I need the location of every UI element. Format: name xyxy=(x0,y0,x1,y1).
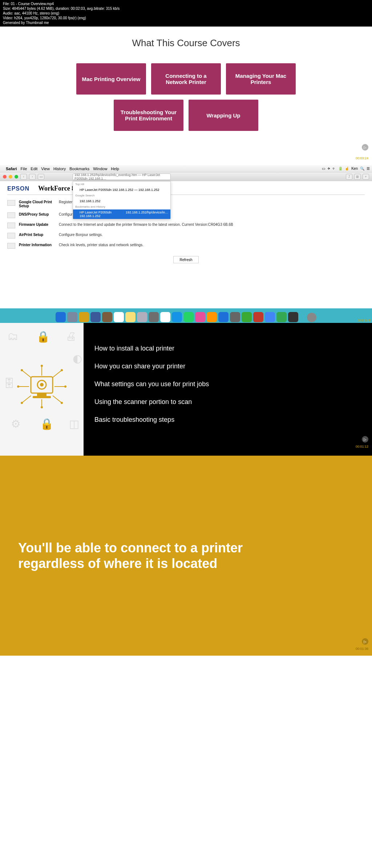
address-bar[interactable]: 192.168.1.252/hp/device/info_eventlog.ht… xyxy=(73,173,171,180)
minimize-window[interactable] xyxy=(9,175,12,179)
video-line: Video: h264, yuv420p, 1280x720, 30.00 fp… xyxy=(3,16,369,20)
menu-icon[interactable]: ☰ xyxy=(367,167,370,171)
dark-bullets-thumb: 00:00:48 🗂 🔒 🖨 ◐ 🗄 ⚙ 🔒 ◫ xyxy=(0,308,372,456)
size-line: Size: 4845447 bytes (4.62 MiB), duration… xyxy=(3,6,369,11)
display-icon[interactable]: ▭ xyxy=(322,167,325,171)
hand-icon[interactable]: ☝ xyxy=(345,167,349,171)
tabs-button[interactable]: ⊞ xyxy=(354,174,361,180)
close-window[interactable] xyxy=(3,175,7,179)
dd-item-google[interactable]: 192.168.1.252 xyxy=(73,198,170,204)
play-icon[interactable] xyxy=(362,638,368,645)
safari-toolbar: ‹ › ▭ 192.168.1.252/hp/device/info_event… xyxy=(0,172,372,181)
file-line: File: 01 - Course Overview.mp4 xyxy=(3,1,369,6)
dock-ibooks[interactable] xyxy=(207,312,217,322)
video-meta-header: File: 01 - Course Overview.mp4 Size: 484… xyxy=(0,0,372,27)
cloud-print-icon xyxy=(7,200,15,206)
svg-rect-17 xyxy=(37,393,46,396)
dock-trash[interactable] xyxy=(307,313,316,322)
computer-gear-icon xyxy=(15,363,69,410)
slide-headline: You'll be able to connect to a printer r… xyxy=(18,540,272,571)
dns-icon xyxy=(7,212,15,218)
dock-app3[interactable] xyxy=(79,312,89,322)
mac-dock: 00:00:48 xyxy=(0,308,372,323)
dock-app18[interactable] xyxy=(253,312,263,322)
menu-window[interactable]: Window xyxy=(93,167,107,171)
svg-line-8 xyxy=(22,370,31,377)
dns-proxy-link[interactable]: DNS/Proxy Setup xyxy=(19,212,59,216)
bullet-install: How to install a local printer xyxy=(94,345,361,352)
dock-prefs[interactable] xyxy=(230,312,240,322)
dock-app21[interactable] xyxy=(288,312,298,322)
menu-app[interactable]: Safari xyxy=(6,167,17,171)
dd-sel-left: HP LaserJet P2055dn 192.168.1.252 xyxy=(80,211,126,218)
wifi-icon[interactable]: ᯤ xyxy=(332,167,336,171)
tile-overview: Mac Printing Overview xyxy=(76,63,146,95)
refresh-button[interactable]: Refresh xyxy=(173,256,199,263)
sidebar-button[interactable]: ▭ xyxy=(38,174,44,180)
epson-logo: EPSON xyxy=(7,185,29,192)
svg-point-20 xyxy=(40,383,44,387)
printer-info-desc: Check ink levels, printer status and net… xyxy=(59,243,365,247)
dock-messages[interactable] xyxy=(172,312,182,322)
firmware-link[interactable]: Firmware Update xyxy=(19,223,59,227)
epson-admin-page: EPSON WorkForce 845 Google Cloud Print S… xyxy=(0,181,372,276)
dd-sel-right: 192.168.1.252/hp/device/in… xyxy=(126,211,168,218)
dock-reminders[interactable] xyxy=(137,312,147,322)
plane-icon[interactable]: ✈ xyxy=(327,167,330,171)
dock-calendar[interactable] xyxy=(114,312,124,322)
new-tab-button[interactable]: + xyxy=(363,174,369,180)
play-icon[interactable] xyxy=(362,144,368,151)
printer-info-icon xyxy=(7,243,15,249)
forward-button[interactable]: › xyxy=(29,174,36,180)
timestamp: 00:00:48 xyxy=(358,319,371,322)
dd-item-selected[interactable]: HP LaserJet P2055dn 192.168.1.252 192.16… xyxy=(73,209,170,219)
tile-managing: Managing Your Mac Printers xyxy=(226,63,296,95)
battery-icon[interactable]: 🔋 xyxy=(338,167,343,171)
svg-rect-18 xyxy=(33,396,51,398)
slide-icon-panel: 🗂 🔒 🖨 ◐ 🗄 ⚙ 🔒 ◫ xyxy=(0,323,84,456)
dock-chrome[interactable] xyxy=(265,312,275,322)
course-covers-slide: What This Course Covers Mac Printing Ove… xyxy=(0,27,372,154)
dock-finder[interactable] xyxy=(56,312,66,322)
menu-file[interactable]: File xyxy=(21,167,27,171)
printer-info-link[interactable]: Printer Information xyxy=(19,243,59,247)
back-button[interactable]: ‹ xyxy=(20,174,27,180)
dock-facetime[interactable] xyxy=(183,312,194,322)
dock-contacts[interactable] xyxy=(102,312,112,322)
dock-mail[interactable] xyxy=(90,312,101,322)
audio-line: Audio: aac, 44100 Hz, stereo (eng) xyxy=(3,11,369,16)
dock-appstore[interactable] xyxy=(218,312,229,322)
user-label[interactable]: Ken xyxy=(351,167,358,171)
url-suggestions-dropdown: Top Hit HP LaserJet P2055dn 192.168.1.25… xyxy=(73,181,171,219)
tile-troubleshooting: Troubleshooting Your Print Environment xyxy=(114,100,183,131)
dock-maps[interactable] xyxy=(149,312,159,322)
bullet-share: How you can share your printer xyxy=(94,363,361,370)
airprint-link[interactable]: AirPrint Setup xyxy=(19,233,59,237)
search-icon[interactable]: 🔍 xyxy=(360,167,364,171)
url-text: 192.168.1.252/hp/device/info_eventlog.ht… xyxy=(74,173,169,180)
svg-line-15 xyxy=(53,396,62,403)
dock-app20[interactable] xyxy=(276,312,287,322)
timestamp: 00:00:24 xyxy=(356,156,368,160)
play-icon[interactable] xyxy=(362,436,368,443)
safari-epson-thumb: Safari File Edit View History Bookmarks … xyxy=(0,165,372,276)
menu-help[interactable]: Help xyxy=(111,167,119,171)
menu-bookmarks[interactable]: Bookmarks xyxy=(69,167,89,171)
menu-view[interactable]: View xyxy=(41,167,50,171)
dock-itunes[interactable] xyxy=(195,312,205,322)
dock-safari[interactable] xyxy=(67,312,77,322)
maximize-window[interactable] xyxy=(15,175,18,179)
dock-notes[interactable] xyxy=(125,312,136,322)
slide-title: What This Course Covers xyxy=(7,37,365,49)
firmware-desc: Connect to the Internet and update the p… xyxy=(59,223,365,227)
cloud-print-link[interactable]: Google Cloud Print Setup xyxy=(19,200,59,208)
dock-photos[interactable] xyxy=(160,312,170,322)
dd-label-google: Google Search xyxy=(73,193,170,198)
bullet-settings: What settings can you use for print jobs xyxy=(94,380,361,388)
dd-item-tophit[interactable]: HP LaserJet P2055dn 192.168.1.252 — 192.… xyxy=(73,187,170,193)
share-button[interactable]: ⤴ xyxy=(346,174,352,180)
menu-history[interactable]: History xyxy=(53,167,66,171)
bullet-troubleshoot: Basic troubleshooting steps xyxy=(94,416,361,424)
dock-app17[interactable] xyxy=(242,312,252,322)
menu-edit[interactable]: Edit xyxy=(31,167,37,171)
